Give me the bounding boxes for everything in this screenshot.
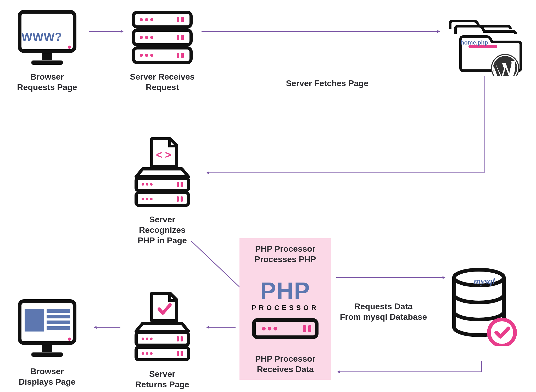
svg-point-21 (150, 54, 153, 57)
caption-server-fetches: Server Fetches Page (262, 79, 393, 88)
svg-rect-62 (177, 351, 179, 356)
svg-rect-72 (47, 326, 70, 330)
svg-rect-70 (47, 315, 70, 318)
svg-point-13 (140, 18, 143, 21)
php-sub-text: PROCESSOR (239, 304, 331, 312)
svg-point-67 (68, 338, 71, 341)
svg-rect-38 (181, 182, 183, 187)
svg-point-40 (146, 198, 148, 200)
svg-rect-37 (177, 182, 179, 187)
server-unit-icon (251, 317, 319, 341)
node-browser-displays: Browser Displays Page (13, 299, 81, 387)
svg-rect-22 (177, 17, 179, 22)
svg-rect-57 (177, 336, 179, 341)
svg-rect-8 (31, 60, 63, 65)
svg-point-19 (140, 54, 143, 57)
svg-rect-63 (181, 351, 183, 356)
svg-rect-49 (308, 325, 311, 332)
node-php-processor: PHP Processor Processes PHP PHP PROCESSO… (239, 238, 331, 380)
svg-rect-25 (181, 35, 184, 40)
diagram-canvas: Browser Requests Page WWW? Server Receiv… (0, 0, 536, 392)
svg-rect-24 (177, 35, 179, 40)
mysql-text: mysql (474, 276, 495, 286)
svg-point-45 (262, 327, 266, 330)
node-server-returns: Server Returns Page (128, 291, 196, 390)
node-browser-request: Browser Requests Page (13, 9, 81, 92)
svg-rect-26 (177, 53, 179, 58)
homephp-text: home.php (461, 39, 488, 46)
caption-server-recognizes: Server Recognizes PHP in Page (128, 214, 196, 246)
svg-rect-71 (47, 321, 70, 324)
svg-point-15 (150, 18, 153, 21)
caption-browser-displays: Browser Displays Page (13, 366, 81, 387)
svg-point-47 (273, 327, 277, 330)
svg-point-14 (145, 18, 148, 21)
node-server-receives: Server Receives Request (128, 9, 196, 92)
server-check-icon (128, 291, 196, 365)
svg-rect-69 (47, 309, 70, 313)
caption-server-receives: Server Receives Request (128, 71, 196, 92)
server-code-icon: < > (128, 136, 196, 211)
svg-point-18 (150, 36, 153, 39)
svg-point-55 (146, 338, 148, 340)
svg-point-9 (68, 46, 71, 49)
svg-text:< >: < > (156, 149, 171, 161)
www-text: WWW? (21, 30, 62, 43)
svg-point-20 (145, 54, 148, 57)
svg-point-39 (142, 198, 144, 200)
svg-point-59 (142, 352, 144, 355)
svg-rect-23 (181, 17, 184, 22)
svg-point-35 (146, 183, 148, 186)
svg-line-2 (191, 241, 243, 291)
server-stack-icon (128, 9, 196, 68)
monitor-content-icon (16, 299, 79, 362)
caption-mysql: Requests Data From mysql Database (334, 301, 433, 322)
svg-rect-42 (177, 196, 179, 202)
caption-browser-request: Browser Requests Page (13, 71, 81, 92)
svg-point-34 (142, 183, 144, 186)
caption-php-bot: PHP Processor Receives Data (239, 354, 331, 374)
svg-rect-68 (25, 309, 44, 332)
svg-rect-27 (181, 53, 184, 58)
php-big-text: PHP (239, 278, 331, 305)
svg-point-41 (150, 198, 153, 200)
svg-point-16 (140, 36, 143, 39)
svg-point-46 (268, 327, 271, 330)
node-server-recognizes: < > Server Recognizes PHP in Page (128, 136, 196, 246)
svg-rect-65 (42, 345, 52, 352)
svg-point-60 (146, 352, 148, 355)
svg-rect-43 (181, 196, 183, 202)
svg-point-17 (145, 36, 148, 39)
svg-rect-7 (42, 53, 52, 60)
svg-point-61 (150, 352, 153, 355)
svg-point-36 (150, 183, 153, 186)
svg-rect-58 (181, 336, 183, 341)
svg-point-56 (150, 338, 153, 340)
svg-rect-48 (303, 325, 306, 332)
caption-server-returns: Server Returns Page (128, 369, 196, 390)
svg-rect-66 (31, 352, 63, 357)
svg-point-54 (142, 338, 144, 340)
caption-php-top: PHP Processor Processes PHP (239, 244, 331, 264)
